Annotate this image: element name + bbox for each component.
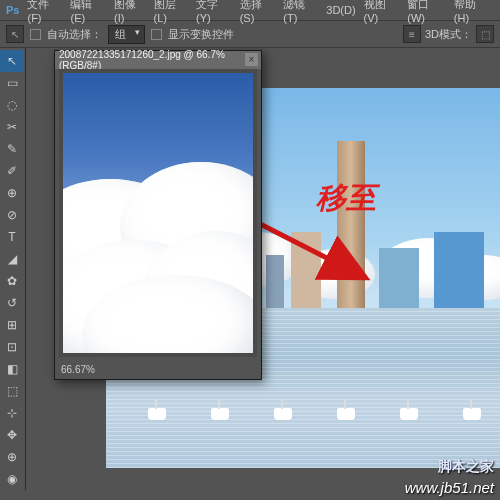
align-icon[interactable]: ≡ (403, 25, 421, 43)
close-icon[interactable]: × (245, 53, 258, 66)
menu-file[interactable]: 文件(F) (25, 0, 64, 25)
menu-select[interactable]: 选择(S) (238, 0, 278, 25)
move-tool-icon[interactable]: ↖ (6, 25, 24, 43)
workspace: ↖▭◌✂✎✐⊕⊘T◢✿↺⊞⊡◧⬚⊹✥⊕◉ (0, 48, 500, 500)
tool-4[interactable]: ✎ (0, 138, 24, 160)
tool-2[interactable]: ◌ (0, 94, 24, 116)
auto-select-checkbox[interactable] (30, 29, 41, 40)
floating-window-titlebar[interactable]: 20087221335171260_2.jpg @ 66.7%(RGB/8#) … (55, 51, 261, 69)
menu-bar: Ps 文件(F) 编辑(E) 图像(I) 图层(L) 文字(Y) 选择(S) 滤… (0, 0, 500, 20)
tool-1[interactable]: ▭ (0, 72, 24, 94)
auto-select-dropdown[interactable]: 组 (108, 25, 145, 44)
tool-0[interactable]: ↖ (0, 50, 24, 72)
floating-canvas[interactable] (59, 69, 257, 357)
building (291, 232, 321, 308)
clouds-image (63, 73, 253, 353)
watermark-url: www.jb51.net (405, 479, 494, 496)
menu-window[interactable]: 窗口(W) (405, 0, 448, 25)
ps-logo: Ps (4, 3, 21, 17)
toolbox: ↖▭◌✂✎✐⊕⊘T◢✿↺⊞⊡◧⬚⊹✥⊕◉ (0, 48, 26, 490)
tool-7[interactable]: ⊘ (0, 204, 24, 226)
tool-3[interactable]: ✂ (0, 116, 24, 138)
menu-text[interactable]: 文字(Y) (194, 0, 234, 25)
building (266, 255, 284, 308)
tool-18[interactable]: ⊕ (0, 446, 24, 468)
tool-16[interactable]: ⊹ (0, 402, 24, 424)
tool-13[interactable]: ⊡ (0, 336, 24, 358)
watermark-site: 脚本之家 (438, 458, 494, 476)
menu-view[interactable]: 视图(V) (362, 0, 402, 25)
menu-image[interactable]: 图像(I) (112, 0, 147, 25)
tool-10[interactable]: ✿ (0, 270, 24, 292)
floating-status-bar: 66.67% (55, 359, 261, 379)
show-transform-label: 显示变换控件 (168, 27, 234, 42)
document-title: 20087221335171260_2.jpg @ 66.7%(RGB/8#) (59, 49, 257, 71)
tool-9[interactable]: ◢ (0, 248, 24, 270)
show-transform-checkbox[interactable] (151, 29, 162, 40)
tool-19[interactable]: ◉ (0, 468, 24, 490)
menu-filter[interactable]: 滤镜(T) (281, 0, 320, 25)
menu-help[interactable]: 帮助(H) (452, 0, 492, 25)
tool-15[interactable]: ⬚ (0, 380, 24, 402)
d3-icon[interactable]: ⬚ (476, 25, 494, 43)
menu-edit[interactable]: 编辑(E) (68, 0, 108, 25)
main-canvas[interactable]: 移至 20087221335171260_2.jpg @ 66.7%(RGB/8… (26, 48, 500, 500)
floating-document-window[interactable]: 20087221335171260_2.jpg @ 66.7%(RGB/8#) … (54, 50, 262, 380)
boats (106, 400, 500, 420)
d3-mode-label: 3D模式： (425, 27, 472, 42)
tool-11[interactable]: ↺ (0, 292, 24, 314)
menu-layer[interactable]: 图层(L) (152, 0, 190, 25)
building (434, 232, 484, 308)
tool-5[interactable]: ✐ (0, 160, 24, 182)
auto-select-label: 自动选择： (47, 27, 102, 42)
tool-17[interactable]: ✥ (0, 424, 24, 446)
menu-3d[interactable]: 3D(D) (324, 3, 357, 17)
zoom-level[interactable]: 66.67% (61, 364, 95, 375)
tool-14[interactable]: ◧ (0, 358, 24, 380)
tool-8[interactable]: T (0, 226, 24, 248)
tool-6[interactable]: ⊕ (0, 182, 24, 204)
tower-building (337, 141, 365, 308)
tool-12[interactable]: ⊞ (0, 314, 24, 336)
building (379, 248, 419, 309)
